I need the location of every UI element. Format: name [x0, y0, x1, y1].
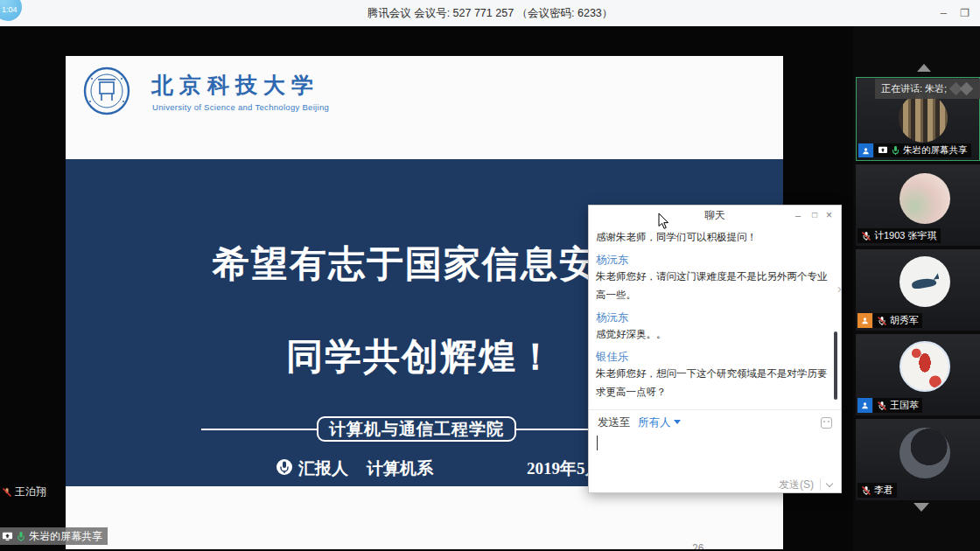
tile-name-label: 王国萃 — [890, 399, 919, 412]
send-button[interactable]: 发送(S) — [779, 478, 814, 492]
chat-message: 杨沅东 感觉好深奥。。 — [596, 310, 832, 344]
text-caret — [597, 436, 598, 450]
speaking-banner-text: 正在讲话: 朱岩; — [881, 83, 947, 94]
panel-expand-arrow-icon[interactable]: › — [837, 282, 842, 296]
tile-name-label: 计1903 张宇琪 — [874, 229, 937, 242]
chat-titlebar[interactable]: 聊天 – □ × — [589, 206, 841, 225]
send-to-label: 发送至 — [598, 416, 631, 429]
university-name-cn: 北京科技大学 — [151, 71, 319, 100]
cohost-person-icon — [858, 313, 872, 328]
university-name-en: University of Science and Technology Bei… — [152, 102, 329, 112]
chevron-down-icon[interactable] — [674, 420, 681, 424]
message-sender: 杨沅东 — [596, 253, 832, 268]
chat-minimize-icon[interactable]: – — [795, 206, 801, 225]
microphone-icon — [276, 458, 293, 476]
timer-value: 1:04 — [2, 5, 18, 14]
avatar — [899, 94, 948, 143]
logo-diamond-icon — [960, 82, 974, 96]
corner-participant-name: 王泊翔 — [9, 485, 46, 499]
slide-title-line2: 同学共创辉煌！ — [286, 332, 556, 381]
muted-mic-icon — [861, 231, 872, 241]
chat-window: 聊天 – □ × 感谢朱老师，同学们可以积极提问！ 杨沅东 朱老师您好，请问这门… — [588, 205, 842, 493]
screen-share-icon — [2, 531, 13, 541]
video-tile[interactable]: 计1903 张宇琪 — [856, 164, 980, 246]
mouse-cursor — [658, 213, 669, 230]
active-mic-icon — [16, 531, 26, 542]
chat-divider — [589, 409, 841, 410]
message-text: 朱老师您好，想问一下这个研究领域是不是对学历要求更高一点呀？ — [596, 365, 832, 401]
chat-maximize-icon[interactable]: □ — [812, 206, 817, 225]
message-text: 感觉好深奥。。 — [596, 325, 832, 344]
minimize-icon[interactable]: – — [941, 0, 947, 26]
active-mic-icon — [891, 145, 900, 156]
tile-name-label: 胡秀军 — [890, 314, 919, 327]
muted-mic-icon — [2, 487, 12, 498]
send-to-row: 发送至 所有人 — [598, 415, 834, 431]
chat-message: 杨沅东 朱老师您好，请问这门课难度是不是比另外两个专业高一些。 — [596, 253, 832, 304]
university-seal-icon — [83, 66, 130, 115]
video-tile[interactable]: 胡秀军 — [856, 249, 980, 331]
speaking-banner: 正在讲话: 朱岩; — [875, 79, 980, 99]
host-person-icon — [858, 398, 872, 413]
message-sender: 银佳乐 — [596, 350, 832, 365]
avatar — [900, 341, 950, 392]
avatar — [900, 428, 950, 478]
message-text: 感谢朱老师，同学们可以积极提问！ — [596, 228, 832, 247]
message-text: 朱老师您好，请问这门课难度是不是比另外两个专业高一些。 — [596, 268, 832, 304]
chat-input[interactable] — [596, 435, 832, 470]
whale-avatar-shape — [911, 277, 936, 290]
chat-close-icon[interactable]: × — [826, 206, 832, 225]
muted-mic-icon — [877, 401, 887, 411]
host-person-icon — [858, 143, 873, 157]
message-sender: 杨沅东 — [596, 310, 832, 325]
chat-message: 银佳乐 朱老师您好，想问一下这个研究领域是不是对学历要求更高一点呀？ — [596, 350, 832, 401]
emoji-icon[interactable] — [821, 417, 832, 429]
screen-share-badge[interactable]: 朱岩的屏幕共享 — [0, 527, 108, 545]
decor-line-left — [201, 429, 317, 430]
avatar — [900, 256, 950, 307]
chat-message-list[interactable]: 感谢朱老师，同学们可以积极提问！ 杨沅东 朱老师您好，请问这门课难度是不是比另外… — [589, 227, 836, 401]
send-options-chevron-icon[interactable] — [826, 479, 833, 486]
slide-page-number: 26 — [692, 542, 704, 549]
send-divider — [820, 478, 821, 491]
send-to-selector[interactable]: 所有人 — [638, 416, 671, 429]
scroll-up-arrow-icon[interactable] — [917, 64, 931, 72]
chat-message: 感谢朱老师，同学们可以积极提问！ — [596, 228, 832, 247]
video-tile[interactable]: 王国萃 — [856, 334, 980, 415]
corner-name-label: 王泊翔 — [15, 485, 46, 499]
slide-title-line1: 希望有志于国家信息安全 — [213, 240, 636, 289]
video-tile[interactable]: 李君 — [856, 419, 980, 500]
chat-title: 聊天 — [589, 206, 841, 225]
participants-sidebar: 朱岩的屏幕共享 计1903 张宇琪 — [853, 26, 980, 551]
restore-icon[interactable]: ❐ — [960, 0, 970, 26]
screen-share-icon — [878, 146, 888, 155]
share-badge-label: 朱岩的屏幕共享 — [29, 529, 102, 544]
tile-name-label: 李君 — [874, 484, 893, 497]
scroll-down-arrow-icon[interactable] — [914, 503, 929, 512]
app-titlebar: 腾讯会议 会议号: 527 771 257 （会议密码: 6233） – ❐ — [0, 0, 980, 26]
tile-name-label: 朱岩的屏幕共享 — [903, 144, 968, 157]
chat-scrollbar[interactable] — [834, 331, 837, 400]
presenter-label: 汇报人 — [298, 457, 348, 480]
avatar — [900, 173, 950, 224]
department-box: 计算机与通信工程学院 — [317, 416, 516, 442]
presenter-value: 计算机系 — [367, 457, 433, 480]
muted-mic-icon — [861, 485, 872, 496]
meeting-title: 腾讯会议 会议号: 527 771 257 （会议密码: 6233） — [0, 0, 980, 26]
muted-mic-icon — [877, 316, 887, 326]
university-logo: 北京科技大学 University of Science and Technol… — [83, 66, 381, 119]
send-controls: 发送(S) — [779, 478, 832, 492]
